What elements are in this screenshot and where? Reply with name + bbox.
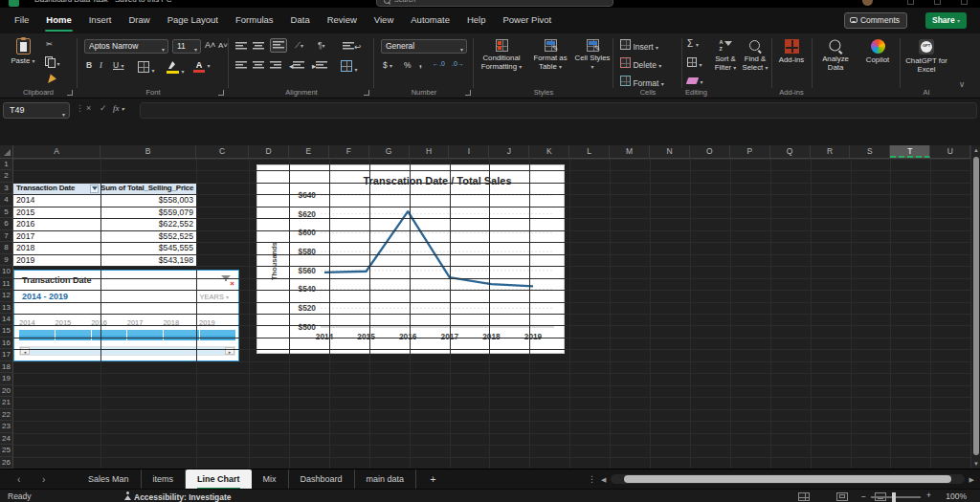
sheet-tab-main-data[interactable]: main data [355,469,417,490]
column-header-N[interactable]: N [650,145,690,158]
column-header-S[interactable]: S [851,145,891,158]
format-painter-button[interactable] [47,76,55,86]
percent-style-button[interactable]: % [404,60,412,70]
zoom-in-button[interactable]: + [926,491,931,500]
row-header-24[interactable]: 24 [0,433,13,445]
row-header-25[interactable]: 25 [0,445,13,456]
ribbon-tab-power-pivot[interactable]: Power Pivot [494,8,560,33]
font-dialog-launcher[interactable] [218,90,224,96]
chatgpt-button[interactable]: ChatGPT for Excel [905,39,947,75]
chart-series-line[interactable] [324,211,533,286]
select-all-corner[interactable] [0,145,13,158]
align-top-button[interactable] [235,41,247,52]
zoom-out-button[interactable]: − [861,491,866,501]
ribbon-tab-draw[interactable]: Draw [120,8,158,33]
timeline-slicer[interactable]: Transaction Date × 2014 - 2019 YEARS ▾ 2… [13,270,239,361]
slicer-selection-bar[interactable] [19,330,235,340]
row-header-19[interactable]: 19 [0,373,13,384]
slicer-scroll-right-icon[interactable]: ▸ [225,347,234,355]
column-header-C[interactable]: C [196,145,249,158]
row-header-4[interactable]: 4 [0,194,13,206]
row-header-1[interactable]: 1 [0,159,13,170]
clipboard-dialog-launcher[interactable] [67,90,73,96]
column-header-L[interactable]: L [569,145,610,158]
font-name-select[interactable]: Aptos Narrow▾ [84,39,168,54]
font-color-button[interactable]: A ▾ [193,60,210,73]
underline-button[interactable]: U ▾ [113,60,124,70]
pivot-value-cell[interactable]: $552,525 [100,230,196,242]
vertical-scrollbar[interactable]: ▲ ▼ [970,145,980,469]
zoom-slider-track[interactable] [871,496,921,498]
minimize-button[interactable] [907,0,914,5]
accessibility-status[interactable]: Accessibility: Investigate [124,491,232,502]
cut-button[interactable]: ✂ [46,39,53,49]
row-header-17[interactable]: 17 [0,349,13,360]
row-header-21[interactable]: 21 [0,397,13,408]
next-sheet-button[interactable]: › [42,469,45,490]
row-header-20[interactable]: 20 [0,385,13,397]
sheet-tab-options-icon[interactable]: ⋮ [588,469,596,490]
format-cells-button[interactable]: Format ▾ [620,76,664,88]
analyze-data-button[interactable]: Analyze Data [813,39,858,73]
zoom-slider-thumb[interactable] [892,492,896,502]
ribbon-tab-insert[interactable]: Insert [80,8,121,33]
row-header-5[interactable]: 5 [0,207,13,218]
comments-button[interactable]: Comments [844,12,907,29]
user-avatar[interactable] [862,0,873,6]
orientation-button[interactable]: ⟋▾ [295,40,303,51]
row-header-18[interactable]: 18 [0,361,13,373]
pivot-value-cell[interactable]: $545,555 [100,242,196,253]
clear-filter-button[interactable]: × [221,274,233,286]
sheet-tab-mix[interactable]: Mix [252,469,289,490]
sheet-grid[interactable]: Transaction DateSum of Total_Selling_Pri… [0,159,970,469]
font-size-select[interactable]: 11▾ [172,39,201,54]
number-format-select[interactable]: General▾ [381,39,467,54]
column-header-H[interactable]: H [410,145,450,158]
accounting-format-button[interactable]: $ ▾ [383,60,392,70]
row-header-9[interactable]: 9 [0,254,13,266]
scroll-down-icon[interactable]: ▼ [971,459,980,469]
column-header-U[interactable]: U [930,145,970,158]
page-layout-view-button[interactable] [836,492,848,501]
addins-button[interactable]: Add-ins [775,39,808,65]
row-header-23[interactable]: 23 [0,421,13,432]
name-box[interactable]: T49▾ [3,102,70,119]
pivot-year-cell[interactable]: 2014 [13,194,100,206]
cell-styles-button[interactable]: ✎ Cell Styles ▾ [574,39,611,72]
row-header-22[interactable]: 22 [0,409,13,421]
confirm-entry-button[interactable]: ✓ [100,103,107,113]
slicer-segment-2016[interactable] [92,330,127,340]
merge-center-button[interactable]: ▾ [341,60,357,74]
column-header-A[interactable]: A [13,145,100,158]
column-header-D[interactable]: D [249,145,289,158]
decrease-indent-button[interactable]: ◂ [289,60,304,71]
share-button[interactable]: Share ▾ [925,12,967,29]
slicer-segment-2019[interactable] [200,330,235,340]
indent-direction-button[interactable]: ¶▾ [318,40,325,50]
row-header-26[interactable]: 26 [0,457,13,469]
align-bottom-button[interactable] [270,38,287,53]
horizontal-scroll-thumb[interactable] [624,475,951,483]
add-sheet-button[interactable]: + [416,469,449,490]
row-header-16[interactable]: 16 [0,338,13,349]
pivot-header-sum[interactable]: Sum of Total_Selling_Price [100,183,196,194]
sheet-tab-dashboard[interactable]: Dashboard [289,469,355,490]
vertical-scroll-thumb[interactable] [973,157,979,455]
column-header-Q[interactable]: Q [770,145,811,158]
slicer-scroll-left-icon[interactable]: ◂ [20,347,30,355]
pivot-year-cell[interactable]: 2015 [13,207,100,218]
column-header-B[interactable]: B [100,145,196,158]
align-middle-button[interactable] [253,41,264,52]
format-as-table-button[interactable]: ✎ Format as Table ▾ [528,39,572,72]
column-header-T[interactable]: T [890,145,930,158]
clear-button[interactable]: ▾ [687,76,702,86]
ribbon-tab-help[interactable]: Help [458,8,495,33]
ribbon-tab-automate[interactable]: Automate [402,8,458,33]
column-header-F[interactable]: F [329,145,369,158]
scroll-right-icon[interactable]: ▶ [969,475,974,484]
slicer-scrollbar[interactable]: ◂ ▸ [19,346,235,356]
row-header-10[interactable]: 10 [0,266,13,277]
normal-view-button[interactable] [798,492,810,501]
alignment-dialog-launcher[interactable] [364,90,369,96]
increase-font-button[interactable]: A˄ [205,40,215,50]
